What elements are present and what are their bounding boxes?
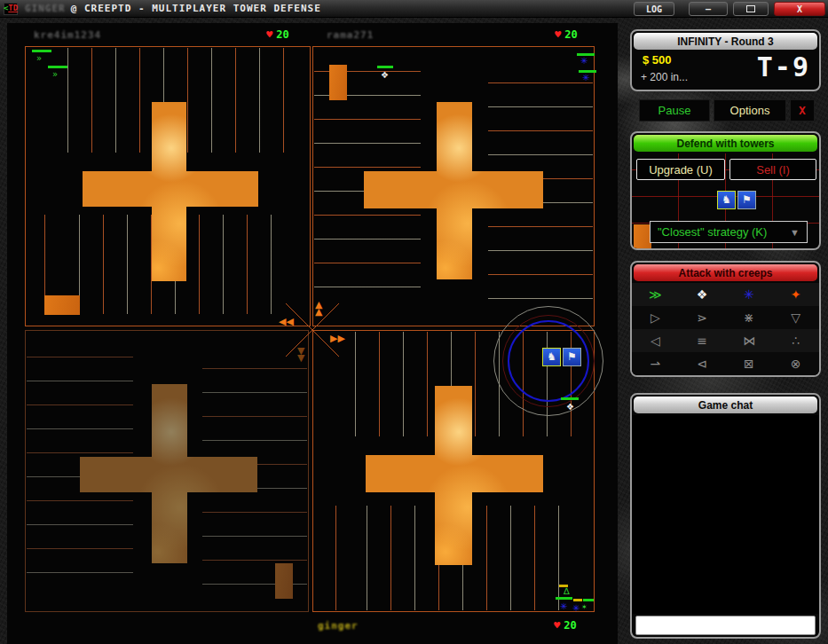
chevron-down-icon: ▼: [790, 227, 800, 238]
strategy-value: "Closest" strategy (K): [658, 225, 767, 239]
tower-gun-button[interactable]: ♞: [542, 348, 561, 366]
tower-gun-button[interactable]: ♞: [717, 191, 736, 209]
creep-marker: »: [36, 54, 42, 63]
creep-send-button[interactable]: ⋇: [726, 306, 773, 329]
window-title: GINGER@ CREEPTD - MULTIPLAYER TOWER DEFE…: [25, 3, 321, 14]
creep-marker: ✶: [581, 604, 587, 611]
maximize-icon: [746, 5, 755, 12]
chat-messages[interactable]: [632, 415, 819, 614]
player1-lives: ♥20: [266, 28, 289, 41]
player3-lives: ♥20: [554, 619, 577, 632]
creep-healthbar: [561, 397, 579, 400]
heart-icon: ♥: [555, 28, 561, 41]
tower-popup: ♞ ⚑: [542, 348, 581, 366]
creep-marker: ✳: [580, 57, 587, 66]
income-value: + 200 in...: [641, 71, 688, 83]
creep-send-button[interactable]: ▷: [632, 306, 679, 329]
pause-button[interactable]: Pause: [639, 99, 710, 122]
creep-marker: ❖: [381, 71, 389, 80]
log-button[interactable]: LOG: [634, 2, 674, 16]
creep-marker: ✳: [572, 604, 580, 613]
title-bar: <TD GINGER@ CREEPTD - MULTIPLAYER TOWER …: [0, 0, 828, 18]
send-down-arrow[interactable]: ▼▼: [297, 348, 304, 362]
creep-send-button[interactable]: ≡: [679, 329, 726, 352]
creep-send-button[interactable]: ⊲: [679, 352, 726, 375]
heart-icon: ♥: [554, 619, 560, 632]
attack-panel: Attack with creeps ≫❖✳✦▷⋗⋇▽◁≡⋈∴⇀⊲⊠⊗: [630, 261, 821, 377]
creep-marker: »: [52, 70, 58, 79]
creep-send-button[interactable]: ✦: [772, 283, 819, 306]
send-right-arrow[interactable]: ▶▶: [330, 335, 345, 342]
app-icon: <TD: [4, 3, 18, 15]
attack-header: Attack with creeps: [634, 264, 817, 281]
window-title-user: GINGER: [25, 3, 66, 14]
map-quadrant-4[interactable]: ♞ ⚑ ❖ ∆ ✳ ✳ ✶: [312, 330, 595, 612]
sell-button[interactable]: Sell (I): [729, 159, 816, 180]
send-left-arrow[interactable]: ◀◀: [279, 318, 294, 326]
creep-marker: ✳: [560, 602, 567, 611]
tower-flag-button[interactable]: ⚑: [563, 348, 581, 366]
player1-name: kre4im1234: [34, 29, 101, 41]
creep-send-button[interactable]: ⊗: [772, 352, 819, 375]
map-quadrant-2[interactable]: ❖ ✳ ✳: [312, 46, 595, 326]
creep-healthbar: [377, 66, 393, 68]
creep-marker: ∆: [564, 587, 570, 596]
quit-button[interactable]: X: [790, 99, 815, 122]
creep-send-button[interactable]: ≫: [632, 283, 679, 306]
spawn-block: [44, 295, 80, 315]
creep-healthbar: [583, 599, 594, 601]
map-quadrant-3[interactable]: [25, 330, 309, 612]
window-title-text: @ CREEPTD - MULTIPLAYER TOWER DEFENSE: [71, 3, 321, 14]
map-quadrant-1[interactable]: » »: [25, 46, 311, 326]
game-map[interactable]: kre4im1234 ♥20 rama271 ♥20 ginger ♥20 » …: [7, 23, 618, 644]
upgrade-button[interactable]: Upgrade (U): [636, 159, 725, 180]
creep-healthbar: [556, 597, 572, 600]
maximize-button[interactable]: [733, 2, 769, 16]
options-button[interactable]: Options: [714, 99, 786, 122]
creep-grid: ≫❖✳✦▷⋗⋇▽◁≡⋈∴⇀⊲⊠⊗: [632, 283, 819, 375]
chat-header: Game chat: [634, 397, 817, 413]
creep-send-button[interactable]: ∴: [772, 329, 819, 352]
strategy-dropdown[interactable]: "Closest" strategy (K) ▼: [650, 221, 808, 243]
creep-healthbar: [48, 66, 67, 68]
creep-send-button[interactable]: ⇀: [632, 352, 679, 375]
heart-icon: ♥: [266, 28, 272, 41]
minimize-icon: —: [706, 4, 711, 14]
chat-input[interactable]: [635, 616, 816, 635]
creep-marker: ✳: [582, 74, 589, 82]
defend-header: Defend with towers: [634, 135, 817, 152]
player2-name: rama271: [327, 29, 374, 41]
creep-send-button[interactable]: ▽: [772, 306, 819, 329]
round-timer: T-9: [757, 51, 810, 82]
creep-healthbar: [573, 599, 582, 601]
creep-send-button[interactable]: ◁: [632, 329, 679, 352]
chat-panel: Game chat: [630, 393, 821, 639]
creep-send-button[interactable]: ⊠: [726, 352, 773, 375]
spawn-block: [275, 563, 293, 599]
spawn-block: [329, 65, 347, 100]
status-header: INFINITY - Round 3: [634, 33, 817, 50]
player2-lives: ♥20: [555, 28, 578, 41]
creep-send-button[interactable]: ✳: [726, 283, 773, 306]
creep-send-button[interactable]: ⋈: [726, 329, 773, 352]
creep-marker: ❖: [566, 403, 574, 412]
creep-send-button[interactable]: ⋗: [679, 306, 726, 329]
tower-flag-button[interactable]: ⚑: [737, 191, 756, 209]
minimize-button[interactable]: —: [689, 2, 728, 16]
tower-palette: ♞ ⚑: [717, 191, 756, 209]
status-panel: INFINITY - Round 3 $ 500 + 200 in... T-9: [630, 29, 821, 91]
player3-name: ginger: [318, 620, 359, 632]
defend-panel: Defend with towers Upgrade (U) Sell (I) …: [630, 131, 821, 250]
close-icon: X: [797, 4, 802, 14]
basic-tower-swatch[interactable]: [634, 224, 651, 249]
send-up-arrow[interactable]: ▲▲: [315, 302, 322, 316]
creep-send-button[interactable]: ❖: [679, 283, 726, 306]
creep-healthbar: [32, 50, 51, 52]
money-value: $ 500: [643, 53, 672, 67]
close-button[interactable]: X: [774, 2, 825, 16]
center-junction: [286, 303, 339, 357]
